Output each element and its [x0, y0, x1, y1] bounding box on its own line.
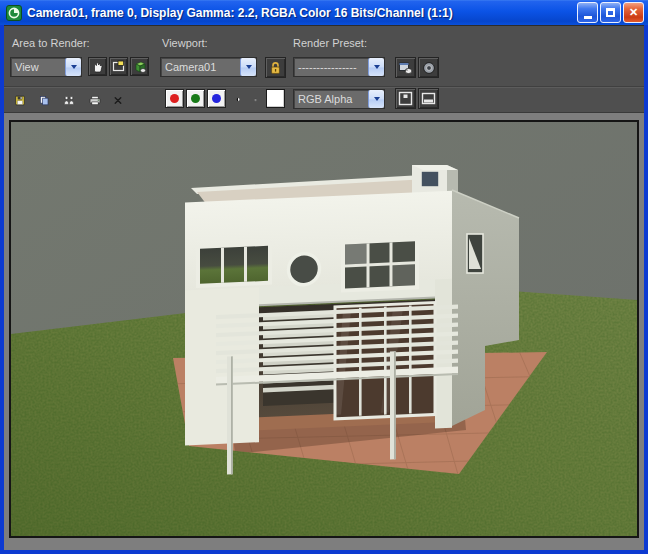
- printer-icon: [89, 93, 101, 108]
- auto-region-cube-icon: [133, 60, 147, 74]
- environment-effects-button[interactable]: [418, 57, 439, 78]
- auto-region-button[interactable]: [130, 57, 149, 76]
- blue-channel-icon: [212, 94, 221, 103]
- render-setup-icon: [398, 61, 413, 75]
- monochrome-icon: [236, 93, 240, 106]
- edit-region-button[interactable]: [88, 57, 107, 76]
- lock-icon: [269, 61, 282, 75]
- viewport-label: Viewport:: [162, 37, 208, 49]
- minimize-button[interactable]: [577, 2, 598, 23]
- area-to-render-label: Area to Render:: [12, 37, 90, 49]
- blue-channel-button[interactable]: [207, 89, 226, 108]
- chevron-down-icon: [65, 58, 81, 76]
- rendered-frame-window: Camera01, frame 0, Display Gamma: 2.2, R…: [0, 0, 648, 554]
- print-image-button[interactable]: [83, 90, 107, 110]
- render-preset-value: ----------------: [294, 58, 368, 76]
- monochrome-button[interactable]: [230, 91, 246, 107]
- minimize-icon: [584, 16, 592, 19]
- maximize-icon: [606, 8, 615, 17]
- green-channel-button[interactable]: [186, 89, 205, 108]
- clear-button[interactable]: [108, 90, 128, 110]
- sub-region-button[interactable]: [109, 57, 128, 76]
- strip-window: [196, 242, 272, 288]
- hand-icon: [91, 60, 104, 73]
- red-channel-icon: [170, 94, 179, 103]
- toggle-ui-overlays-icon: [398, 91, 413, 106]
- copy-icon: [39, 93, 49, 108]
- chevron-down-icon: [368, 90, 384, 108]
- maximize-button[interactable]: [600, 2, 621, 23]
- render-canvas[interactable]: [9, 120, 639, 538]
- app-icon: [6, 5, 22, 21]
- save-image-button[interactable]: [9, 90, 31, 110]
- toggle-ui-icon: [421, 91, 436, 106]
- title-bar[interactable]: Camera01, frame 0, Display Gamma: 2.2, R…: [0, 0, 648, 25]
- region-icon: [112, 60, 125, 73]
- porthole-window: [289, 253, 320, 285]
- viewport-lock-button[interactable]: [265, 57, 286, 78]
- toolbar: Area to Render: Viewport: Render Preset:…: [4, 25, 644, 112]
- area-to-render-value: View: [11, 58, 65, 76]
- window-title: Camera01, frame 0, Display Gamma: 2.2, R…: [27, 6, 575, 20]
- clear-x-icon: [114, 94, 122, 107]
- rendered-image: [11, 122, 637, 536]
- channel-display-value: RGB Alpha: [294, 90, 368, 108]
- image-frame: [4, 112, 644, 550]
- channel-display-dropdown[interactable]: RGB Alpha: [293, 89, 385, 109]
- close-button[interactable]: ✕: [623, 2, 644, 23]
- green-channel-icon: [191, 94, 200, 103]
- clone-figures-icon: [63, 93, 75, 108]
- environment-effects-icon: [422, 61, 436, 75]
- viewport-value: Camera01: [161, 58, 240, 76]
- alpha-channel-icon: [254, 94, 257, 106]
- render-setup-button[interactable]: [395, 57, 416, 78]
- floppy-disk-icon: [15, 93, 25, 108]
- toggle-ui-button[interactable]: [418, 88, 439, 109]
- render-preset-label: Render Preset:: [293, 37, 367, 49]
- six-pane-window: [341, 237, 419, 292]
- copy-image-button[interactable]: [33, 90, 55, 110]
- alpha-channel-button[interactable]: [248, 92, 263, 107]
- area-to-render-dropdown[interactable]: View: [10, 57, 82, 77]
- red-channel-button[interactable]: [165, 89, 184, 108]
- pixel-color-swatch[interactable]: [266, 89, 285, 108]
- render-preset-dropdown[interactable]: ----------------: [293, 57, 385, 77]
- chevron-down-icon: [368, 58, 384, 76]
- clone-rendered-frame-button[interactable]: [57, 90, 81, 110]
- chevron-down-icon: [240, 58, 256, 76]
- toolbar-row-separator: [4, 86, 644, 88]
- toggle-ui-overlays-button[interactable]: [395, 88, 416, 109]
- viewport-dropdown[interactable]: Camera01: [160, 57, 257, 77]
- close-icon: ✕: [629, 7, 638, 18]
